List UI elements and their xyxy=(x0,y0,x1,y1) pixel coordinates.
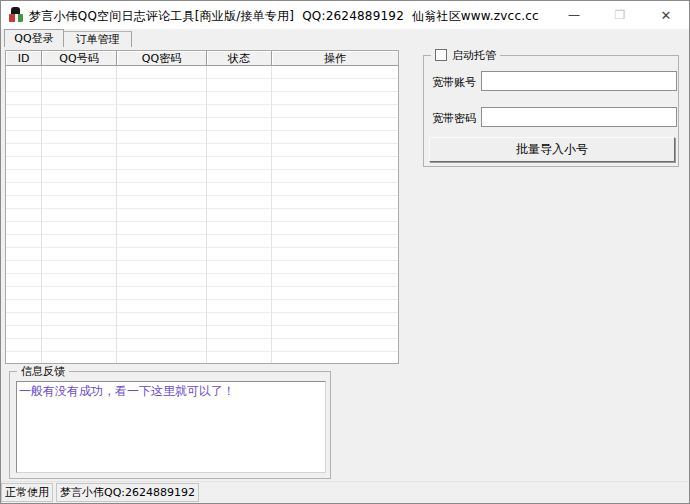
app-icon xyxy=(8,7,24,23)
status-panel-contact: 梦言小伟QQ:2624889192 xyxy=(56,483,199,502)
titlebar: 梦言小伟QQ空间日志评论工具[商业版/接单专用] QQ:2624889192 仙… xyxy=(1,1,689,29)
column-header-action[interactable]: 操作 xyxy=(272,51,398,66)
table-header: ID QQ号码 QQ密码 状态 操作 xyxy=(6,51,398,66)
column-header-id[interactable]: ID xyxy=(6,51,42,66)
status-panel-state: 正常使用 xyxy=(1,483,53,502)
table-body-empty xyxy=(6,66,398,363)
broadband-password-input[interactable] xyxy=(481,107,677,127)
window-title: 梦言小伟QQ空间日志评论工具[商业版/接单专用] QQ:2624889192 仙… xyxy=(29,8,539,25)
feedback-message: 一般有没有成功，看一下这里就可以了！ xyxy=(19,383,323,400)
hosting-checkbox[interactable] xyxy=(435,49,447,61)
close-button[interactable]: ✕ xyxy=(643,1,689,29)
tab-qq-login[interactable]: QQ登录 xyxy=(4,29,64,47)
column-header-status[interactable]: 状态 xyxy=(207,51,272,66)
broadband-password-label: 宽带密码 xyxy=(432,111,476,126)
status-bar: 正常使用 梦言小伟QQ:2624889192 xyxy=(1,481,689,503)
batch-import-button[interactable]: 批量导入小号 xyxy=(429,137,675,162)
column-header-password[interactable]: QQ密码 xyxy=(117,51,207,66)
feedback-listbox[interactable]: 一般有没有成功，看一下这里就可以了！ xyxy=(16,381,326,473)
minimize-button[interactable]: — xyxy=(551,1,597,29)
maximize-button[interactable]: ❐ xyxy=(597,1,643,29)
hosting-legend: 启动托管 xyxy=(431,48,500,62)
broadband-account-input[interactable] xyxy=(481,71,677,91)
app-window: 梦言小伟QQ空间日志评论工具[商业版/接单专用] QQ:2624889192 仙… xyxy=(0,0,690,504)
tab-order-manage[interactable]: 订单管理 xyxy=(64,31,132,47)
feedback-legend-label: 信息反馈 xyxy=(21,364,65,379)
column-header-qq[interactable]: QQ号码 xyxy=(42,51,117,66)
account-table: ID QQ号码 QQ密码 状态 操作 xyxy=(5,50,399,364)
feedback-groupbox: 信息反馈 一般有没有成功，看一下这里就可以了！ xyxy=(9,371,331,479)
hosting-checkbox-label: 启动托管 xyxy=(452,48,496,63)
broadband-account-label: 宽带账号 xyxy=(432,75,476,90)
feedback-legend: 信息反馈 xyxy=(17,364,69,378)
hosting-groupbox: 启动托管 宽带账号 宽带密码 批量导入小号 xyxy=(423,55,679,167)
tab-strip: QQ登录 订单管理 xyxy=(1,29,689,47)
